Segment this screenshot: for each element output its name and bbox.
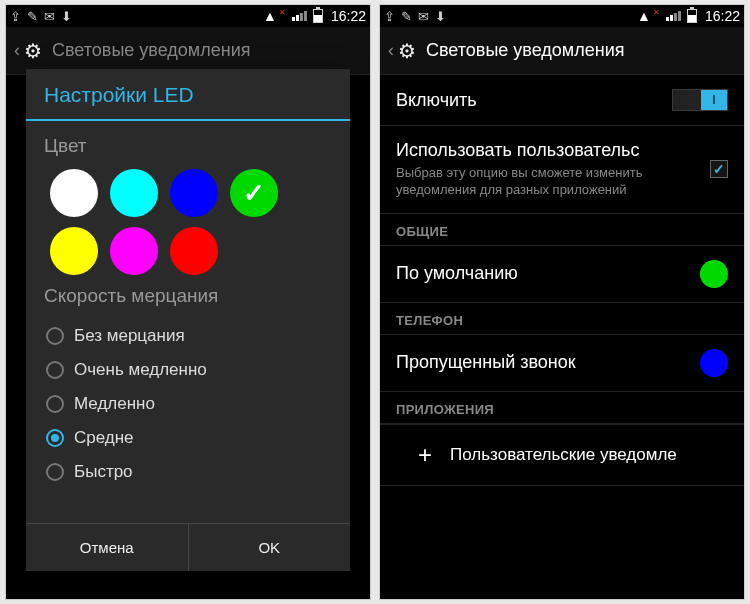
status-icon: ✎ (27, 9, 38, 24)
battery-icon (313, 9, 323, 23)
missed-call-color-dot (700, 349, 728, 377)
color-swatch-white[interactable] (50, 169, 98, 217)
use-custom-desc: Выбрав эту опцию вы сможете изменить уве… (396, 165, 710, 199)
radio-icon (46, 327, 64, 345)
led-settings-dialog: Настройки LED Цвет ✓ Скорость мерцания Б… (26, 69, 350, 571)
status-bar: ⇪ ✎ ✉ ⬇ ▲✕ 16:22 (6, 5, 370, 27)
add-custom-row[interactable]: + Пользовательские уведомле (380, 424, 744, 486)
status-bar: ⇪ ✎ ✉ ⬇ ▲✕ 16:22 (380, 5, 744, 27)
signal-icon (666, 11, 681, 21)
speed-option[interactable]: Быстро (44, 455, 332, 489)
dialog-title: Настройки LED (26, 69, 350, 119)
add-custom-label: Пользовательские уведомле (450, 445, 677, 465)
status-icon: ⇪ (10, 9, 21, 24)
status-icon: ✉ (418, 9, 429, 24)
enable-label: Включить (396, 90, 672, 111)
status-icon: ⇪ (384, 9, 395, 24)
ok-button[interactable]: OK (188, 524, 351, 571)
gear-icon: ⚙ (398, 39, 416, 63)
color-swatch-cyan[interactable] (110, 169, 158, 217)
screen-title: Световые уведомления (426, 40, 624, 61)
status-icon: ⬇ (61, 9, 72, 24)
battery-icon (687, 9, 697, 23)
enable-row[interactable]: Включить I (380, 75, 744, 126)
phone-right: ⇪ ✎ ✉ ⬇ ▲✕ 16:22 ‹ ⚙ Световые уведомлени… (379, 4, 745, 600)
use-custom-row[interactable]: Использовать пользовательс Выбрав эту оп… (380, 126, 744, 214)
category-phone: ТЕЛЕФОН (380, 303, 744, 335)
speed-option-label: Без мерцания (74, 326, 185, 346)
dialog-button-bar: Отмена OK (26, 523, 350, 571)
radio-icon (46, 463, 64, 481)
section-color-label: Цвет (44, 135, 332, 157)
action-bar[interactable]: ‹ ⚙ Световые уведомления (380, 27, 744, 75)
radio-icon (46, 361, 64, 379)
phone-left: ⇪ ✎ ✉ ⬇ ▲✕ 16:22 ‹ ⚙ Световые уведомлени… (5, 4, 371, 600)
missed-call-row[interactable]: Пропущенный звонок (380, 335, 744, 392)
radio-icon (46, 395, 64, 413)
speed-option[interactable]: Медленно (44, 387, 332, 421)
default-row[interactable]: По умолчанию (380, 246, 744, 303)
status-icon: ✉ (44, 9, 55, 24)
status-icon: ⬇ (435, 9, 446, 24)
radio-icon (46, 429, 64, 447)
plus-icon: + (418, 441, 432, 469)
speed-option[interactable]: Очень медленно (44, 353, 332, 387)
speed-option-label: Средне (74, 428, 134, 448)
use-custom-label: Использовать пользовательс (396, 140, 710, 161)
wifi-icon: ▲ (637, 8, 651, 24)
section-speed-label: Скорость мерцания (44, 285, 332, 307)
speed-option-label: Очень медленно (74, 360, 207, 380)
speed-option[interactable]: Средне (44, 421, 332, 455)
settings-list: Включить I Использовать пользовательс Вы… (380, 75, 744, 486)
speed-option[interactable]: Без мерцания (44, 319, 332, 353)
missed-call-label: Пропущенный звонок (396, 352, 700, 373)
default-color-dot (700, 260, 728, 288)
color-swatch-green[interactable]: ✓ (230, 169, 278, 217)
color-swatch-row (44, 227, 332, 275)
color-swatch-blue[interactable] (170, 169, 218, 217)
enable-toggle[interactable]: I (672, 89, 728, 111)
color-swatch-magenta[interactable] (110, 227, 158, 275)
color-swatch-yellow[interactable] (50, 227, 98, 275)
color-swatch-row: ✓ (44, 169, 332, 217)
speed-option-label: Медленно (74, 394, 155, 414)
color-swatch-red[interactable] (170, 227, 218, 275)
check-icon: ✓ (243, 178, 265, 209)
cancel-button[interactable]: Отмена (26, 524, 188, 571)
speed-radio-group: Без мерцанияОчень медленноМедленноСредне… (44, 319, 332, 489)
status-clock: 16:22 (705, 8, 740, 24)
category-apps: ПРИЛОЖЕНИЯ (380, 392, 744, 424)
default-label: По умолчанию (396, 263, 700, 284)
signal-icon (292, 11, 307, 21)
speed-option-label: Быстро (74, 462, 133, 482)
category-general: ОБЩИЕ (380, 214, 744, 246)
use-custom-checkbox[interactable]: ✓ (710, 160, 728, 178)
toggle-knob: I (701, 90, 727, 110)
wifi-icon: ▲ (263, 8, 277, 24)
status-clock: 16:22 (331, 8, 366, 24)
status-icon: ✎ (401, 9, 412, 24)
back-icon[interactable]: ‹ (388, 40, 394, 61)
